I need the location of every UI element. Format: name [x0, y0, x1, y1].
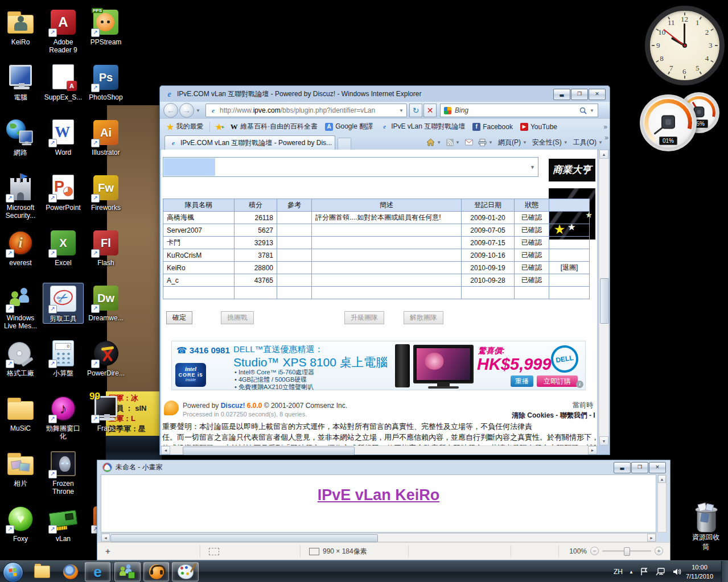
- favorites-item-維基百科·自由的百科全書[interactable]: W維基百科·自由的百科全書: [227, 121, 320, 133]
- desktop-icon-dreamweaver[interactable]: Dw↗Dreamwe...: [85, 283, 126, 323]
- stop-button[interactable]: ✕: [423, 104, 437, 117]
- desktop-icon-keiro[interactable]: KeiRo: [0, 7, 41, 47]
- scroll-left-icon[interactable]: ◄: [161, 446, 170, 455]
- forward-button[interactable]: →: [179, 103, 194, 118]
- favorites-item-IPvE vLan 互聯對戰論壇[interactable]: eIPvE vLan 互聯對戰論壇: [377, 121, 468, 133]
- home-button[interactable]: ▼: [426, 138, 441, 146]
- action-button-解散團隊[interactable]: 解散團隊: [404, 311, 443, 324]
- ad-replay-button[interactable]: 重播: [511, 375, 533, 387]
- desktop-icon-powerdirector[interactable]: ↗PowerDire...: [85, 338, 126, 378]
- address-dropdown-icon[interactable]: ▼: [399, 108, 404, 113]
- favorites-item-Facebook[interactable]: fFacebook: [470, 122, 516, 132]
- footer-links[interactable]: 清除 Cookies - 聯繫我們 - I: [512, 411, 595, 420]
- dell-ad-banner[interactable]: ☎ 3416 0981 intel CORE i5 inside DELL™直送…: [171, 341, 586, 390]
- desktop-icon-illustrator[interactable]: Ai↗Illustrator: [85, 117, 126, 157]
- taskbar-clock[interactable]: 10:00 7/11/2010: [681, 563, 718, 581]
- favorites-item-YouTube[interactable]: ▶YouTube: [517, 122, 560, 132]
- ie-horizontal-scrollbar[interactable]: ◄ ►: [161, 445, 597, 455]
- action-button-升級團隊[interactable]: 升級團隊: [344, 311, 384, 324]
- action-center-flag-icon[interactable]: [640, 568, 648, 576]
- language-indicator[interactable]: ZH: [614, 568, 623, 576]
- feeds-button[interactable]: ▼: [446, 139, 460, 146]
- paint-canvas[interactable]: IPvE vLan KeiRo: [101, 474, 656, 533]
- volume-icon[interactable]: [673, 568, 681, 576]
- desktop-icon-fireworks[interactable]: Fw↗Fireworks: [85, 172, 126, 212]
- favorites-item-我的最愛[interactable]: ★我的最愛: [164, 121, 207, 133]
- desktop-icon-photoshop[interactable]: Ps↗PhotoShop: [85, 62, 126, 102]
- search-icon[interactable]: [579, 107, 587, 114]
- scroll-right-icon[interactable]: ►: [588, 446, 597, 455]
- action-button-挑團戰[interactable]: 挑團戰: [221, 311, 254, 324]
- back-button[interactable]: ←: [163, 103, 178, 118]
- ie-vertical-scrollbar[interactable]: ▲ ▼: [599, 150, 608, 445]
- desktop-icon-ppstream[interactable]: PPS↗PPStream: [85, 7, 126, 47]
- scroll-up-icon[interactable]: ▲: [599, 150, 608, 159]
- tab-forum[interactable]: e IPvE.COM vLan 互聯對戰論壇 - Powered by Dis.…: [164, 135, 335, 150]
- action-button-確定[interactable]: 確定: [166, 311, 192, 324]
- history-dropdown-icon[interactable]: ▼: [196, 108, 200, 113]
- recycle-bin[interactable]: 資源回收筒: [690, 504, 722, 552]
- desktop-icon-format-factory[interactable]: ↗格式工廠: [0, 338, 41, 378]
- mail-button[interactable]: [465, 139, 473, 146]
- ie-vscroll-thumb[interactable]: [600, 278, 609, 324]
- favorites-item-star-add[interactable]: ★+: [213, 122, 226, 132]
- combo-dropdown-icon[interactable]: ▼: [530, 164, 535, 170]
- cpu-meter-gadget[interactable]: 01%: [640, 94, 697, 151]
- ad-info-icon[interactable]: i: [576, 381, 583, 388]
- desktop-icon-fraps[interactable]: 99↗Fraps: [85, 393, 126, 433]
- scroll-left-icon[interactable]: ◄: [101, 534, 110, 542]
- side-ad-banner-1[interactable]: 商業大亨: [549, 159, 595, 181]
- toolbar-overflow-icon[interactable]: »: [604, 134, 608, 142]
- ie-hscroll-thumb[interactable]: [183, 447, 355, 455]
- paint-horizontal-scrollbar[interactable]: ◄ ►: [101, 533, 656, 542]
- new-tab-button[interactable]: [338, 138, 351, 150]
- search-dropdown-icon[interactable]: ▼: [590, 108, 594, 113]
- table-cell[interactable]: [退團]: [549, 262, 590, 274]
- favorites-overflow-icon[interactable]: »: [603, 123, 607, 131]
- tray-overflow-icon[interactable]: ▲: [629, 569, 634, 575]
- desktop-icon-powerpoint[interactable]: P↗PowerPoint: [43, 172, 84, 212]
- paint-minimize-button[interactable]: ▃: [614, 462, 631, 473]
- show-desktop-button[interactable]: [721, 561, 728, 582]
- desktop-icon-photos[interactable]: 相片: [0, 448, 41, 488]
- desktop-icon-flash[interactable]: Fl↗Flash: [85, 228, 126, 267]
- team-select-dropdown[interactable]: ▼: [163, 157, 538, 177]
- menu-安全性(S)[interactable]: 安全性(S)▼: [532, 138, 568, 147]
- paint-close-button[interactable]: ✕: [649, 462, 666, 473]
- taskbar-firefox-button[interactable]: [59, 562, 82, 581]
- desktop-icon-foxy[interactable]: ♥↗Foxy: [0, 503, 41, 543]
- desktop-icon-dancer[interactable]: ♪↗勁舞團窗口化: [43, 393, 84, 441]
- desktop-icon-ms-security[interactable]: ↗Microsoft Security...: [0, 172, 41, 220]
- desktop-icon-calculator[interactable]: 0↗小算盤: [43, 338, 84, 378]
- ie-title-bar[interactable]: e IPvE.COM vLan 互聯對戰論壇 - Powered by Disc…: [160, 86, 610, 102]
- ie-close-button[interactable]: ✕: [589, 89, 606, 100]
- scroll-right-icon[interactable]: ►: [647, 534, 656, 542]
- network-icon[interactable]: [656, 568, 665, 576]
- desktop-icon-vlan[interactable]: ↗vLan: [43, 503, 84, 543]
- desktop-icon-word[interactable]: W↗Word: [43, 117, 84, 157]
- zoom-slider-thumb[interactable]: [624, 547, 630, 556]
- ie-maximize-button[interactable]: ❐: [571, 89, 588, 100]
- search-box[interactable]: Bing ▼: [440, 104, 598, 117]
- paint-vertical-scrollbar[interactable]: ▲: [657, 474, 667, 533]
- ad-order-button[interactable]: 立即訂購: [537, 375, 578, 387]
- scroll-up-icon[interactable]: ▲: [658, 475, 666, 483]
- taskbar-ie-button[interactable]: e: [85, 562, 110, 581]
- paint-maximize-button[interactable]: ❐: [631, 462, 648, 473]
- zoom-in-button[interactable]: +: [655, 547, 663, 555]
- menu-工具(O)[interactable]: 工具(O)▼: [573, 138, 603, 147]
- zoom-out-button[interactable]: −: [590, 547, 599, 555]
- address-bar[interactable]: e http://www.ipve.com/bbs/plugin.php?ide…: [205, 104, 407, 117]
- desktop-icon-snipping[interactable]: ✂↗剪取工具: [43, 283, 84, 324]
- taskbar-paint-button[interactable]: [172, 562, 199, 581]
- start-button[interactable]: [3, 562, 23, 582]
- desktop-icon-network[interactable]: 網路: [0, 117, 41, 157]
- ie-minimize-button[interactable]: ▃: [553, 89, 570, 100]
- paint-hscroll-thumb[interactable]: [110, 534, 378, 542]
- taskbar-messenger-button[interactable]: [114, 562, 141, 581]
- desktop-icon-everest[interactable]: i↗everest: [0, 228, 41, 267]
- desktop-icon-wlm[interactable]: ↗Windows Live Mes...: [0, 283, 41, 331]
- desktop-icon-frozen-throne[interactable]: ↗Frozen Throne: [43, 448, 84, 496]
- refresh-button[interactable]: ↻: [409, 104, 422, 117]
- scroll-down-icon[interactable]: ▼: [599, 436, 608, 445]
